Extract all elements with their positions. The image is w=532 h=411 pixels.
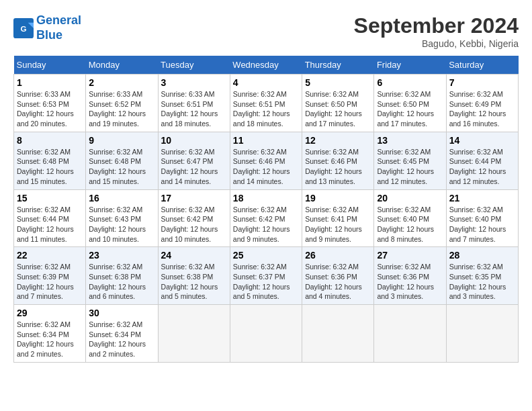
svg-text:G: G xyxy=(20,24,26,33)
day-number: 10 xyxy=(161,135,227,146)
calendar-cell: 12 Sunrise: 6:32 AM Sunset: 6:46 PM Dayl… xyxy=(302,132,374,189)
calendar-cell: 26 Sunrise: 6:32 AM Sunset: 6:36 PM Dayl… xyxy=(302,247,374,305)
calendar-cell: 29 Sunrise: 6:32 AM Sunset: 6:34 PM Dayl… xyxy=(14,305,86,363)
day-number: 24 xyxy=(161,250,227,261)
day-detail: Sunrise: 6:32 AM Sunset: 6:36 PM Dayligh… xyxy=(377,262,443,302)
day-detail: Sunrise: 6:32 AM Sunset: 6:38 PM Dayligh… xyxy=(161,262,227,302)
calendar-cell: 11 Sunrise: 6:32 AM Sunset: 6:46 PM Dayl… xyxy=(230,132,302,189)
day-detail: Sunrise: 6:32 AM Sunset: 6:50 PM Dayligh… xyxy=(377,89,443,129)
col-monday: Monday xyxy=(86,56,158,75)
day-detail: Sunrise: 6:32 AM Sunset: 6:37 PM Dayligh… xyxy=(233,262,299,302)
calendar-cell: 27 Sunrise: 6:32 AM Sunset: 6:36 PM Dayl… xyxy=(374,247,446,305)
day-detail: Sunrise: 6:32 AM Sunset: 6:44 PM Dayligh… xyxy=(449,147,515,187)
week-row-4: 29 Sunrise: 6:32 AM Sunset: 6:34 PM Dayl… xyxy=(14,305,519,363)
day-number: 2 xyxy=(89,77,154,88)
calendar-cell: 1 Sunrise: 6:33 AM Sunset: 6:53 PM Dayli… xyxy=(14,75,86,132)
day-detail: Sunrise: 6:32 AM Sunset: 6:45 PM Dayligh… xyxy=(377,147,443,187)
logo: G General Blue xyxy=(13,13,81,42)
day-number: 19 xyxy=(305,193,371,203)
day-number: 7 xyxy=(449,77,515,88)
calendar-table: Sunday Monday Tuesday Wednesday Thursday… xyxy=(13,56,519,363)
col-tuesday: Tuesday xyxy=(158,56,230,75)
day-number: 25 xyxy=(233,250,299,261)
calendar-cell: 6 Sunrise: 6:32 AM Sunset: 6:50 PM Dayli… xyxy=(374,75,446,132)
day-number: 5 xyxy=(305,77,371,88)
day-detail: Sunrise: 6:32 AM Sunset: 6:42 PM Dayligh… xyxy=(161,205,227,244)
calendar-cell: 10 Sunrise: 6:32 AM Sunset: 6:47 PM Dayl… xyxy=(158,132,230,189)
calendar-cell xyxy=(374,305,446,363)
day-number: 28 xyxy=(449,250,515,261)
calendar-cell xyxy=(446,305,518,363)
day-number: 27 xyxy=(377,250,443,261)
day-number: 30 xyxy=(89,308,154,318)
col-saturday: Saturday xyxy=(446,56,518,75)
calendar-cell: 5 Sunrise: 6:32 AM Sunset: 6:50 PM Dayli… xyxy=(302,75,374,132)
calendar-cell: 21 Sunrise: 6:32 AM Sunset: 6:40 PM Dayl… xyxy=(446,189,518,247)
page-header: G General Blue September 2024 Bagudo, Ke… xyxy=(13,13,519,49)
calendar-cell: 8 Sunrise: 6:32 AM Sunset: 6:48 PM Dayli… xyxy=(14,132,86,189)
day-number: 3 xyxy=(161,77,227,88)
calendar-cell: 25 Sunrise: 6:32 AM Sunset: 6:37 PM Dayl… xyxy=(230,247,302,305)
day-number: 29 xyxy=(17,308,83,318)
day-number: 16 xyxy=(89,193,154,203)
logo-line1: General xyxy=(36,13,81,27)
day-number: 17 xyxy=(161,193,227,203)
calendar-cell: 15 Sunrise: 6:32 AM Sunset: 6:44 PM Dayl… xyxy=(14,189,86,247)
logo-line2: Blue xyxy=(36,28,62,42)
day-number: 20 xyxy=(377,193,443,203)
calendar-cell: 14 Sunrise: 6:32 AM Sunset: 6:44 PM Dayl… xyxy=(446,132,518,189)
day-number: 26 xyxy=(305,250,371,261)
day-detail: Sunrise: 6:32 AM Sunset: 6:35 PM Dayligh… xyxy=(449,262,515,302)
day-detail: Sunrise: 6:32 AM Sunset: 6:49 PM Dayligh… xyxy=(449,89,515,129)
calendar-cell: 3 Sunrise: 6:33 AM Sunset: 6:51 PM Dayli… xyxy=(158,75,230,132)
day-number: 13 xyxy=(377,135,443,146)
day-detail: Sunrise: 6:32 AM Sunset: 6:38 PM Dayligh… xyxy=(89,262,154,302)
day-number: 18 xyxy=(233,193,299,203)
logo-icon: G xyxy=(13,18,34,38)
day-detail: Sunrise: 6:32 AM Sunset: 6:36 PM Dayligh… xyxy=(305,262,371,302)
week-row-2: 15 Sunrise: 6:32 AM Sunset: 6:44 PM Dayl… xyxy=(14,189,519,247)
calendar-cell: 19 Sunrise: 6:32 AM Sunset: 6:41 PM Dayl… xyxy=(302,189,374,247)
day-detail: Sunrise: 6:33 AM Sunset: 6:52 PM Dayligh… xyxy=(89,89,154,129)
calendar-cell xyxy=(230,305,302,363)
day-detail: Sunrise: 6:32 AM Sunset: 6:47 PM Dayligh… xyxy=(161,147,227,187)
day-detail: Sunrise: 6:32 AM Sunset: 6:42 PM Dayligh… xyxy=(233,205,299,244)
month-title: September 2024 xyxy=(354,13,519,38)
day-number: 15 xyxy=(17,193,83,203)
day-number: 6 xyxy=(377,77,443,88)
day-detail: Sunrise: 6:32 AM Sunset: 6:44 PM Dayligh… xyxy=(17,205,83,244)
day-detail: Sunrise: 6:32 AM Sunset: 6:50 PM Dayligh… xyxy=(305,89,371,129)
day-number: 12 xyxy=(305,135,371,146)
day-number: 23 xyxy=(89,250,154,261)
day-detail: Sunrise: 6:32 AM Sunset: 6:40 PM Dayligh… xyxy=(377,205,443,244)
col-sunday: Sunday xyxy=(14,56,86,75)
day-detail: Sunrise: 6:32 AM Sunset: 6:43 PM Dayligh… xyxy=(89,205,154,244)
day-number: 8 xyxy=(17,135,83,146)
calendar-cell: 30 Sunrise: 6:32 AM Sunset: 6:34 PM Dayl… xyxy=(86,305,158,363)
day-number: 9 xyxy=(89,135,154,146)
calendar-cell: 23 Sunrise: 6:32 AM Sunset: 6:38 PM Dayl… xyxy=(86,247,158,305)
col-friday: Friday xyxy=(374,56,446,75)
header-row: Sunday Monday Tuesday Wednesday Thursday… xyxy=(14,56,519,75)
logo-text: General Blue xyxy=(36,13,81,42)
day-detail: Sunrise: 6:32 AM Sunset: 6:34 PM Dayligh… xyxy=(89,320,154,359)
calendar-cell: 7 Sunrise: 6:32 AM Sunset: 6:49 PM Dayli… xyxy=(446,75,518,132)
day-detail: Sunrise: 6:32 AM Sunset: 6:46 PM Dayligh… xyxy=(305,147,371,187)
calendar-cell: 28 Sunrise: 6:32 AM Sunset: 6:35 PM Dayl… xyxy=(446,247,518,305)
location: Bagudo, Kebbi, Nigeria xyxy=(354,38,519,49)
day-detail: Sunrise: 6:32 AM Sunset: 6:34 PM Dayligh… xyxy=(17,320,83,359)
calendar-cell xyxy=(158,305,230,363)
title-block: September 2024 Bagudo, Kebbi, Nigeria xyxy=(354,13,519,49)
col-thursday: Thursday xyxy=(302,56,374,75)
calendar-cell: 13 Sunrise: 6:32 AM Sunset: 6:45 PM Dayl… xyxy=(374,132,446,189)
calendar-cell xyxy=(302,305,374,363)
calendar-cell: 20 Sunrise: 6:32 AM Sunset: 6:40 PM Dayl… xyxy=(374,189,446,247)
day-detail: Sunrise: 6:32 AM Sunset: 6:51 PM Dayligh… xyxy=(233,89,299,129)
day-detail: Sunrise: 6:32 AM Sunset: 6:40 PM Dayligh… xyxy=(449,205,515,244)
calendar-cell: 9 Sunrise: 6:32 AM Sunset: 6:48 PM Dayli… xyxy=(86,132,158,189)
day-number: 11 xyxy=(233,135,299,146)
week-row-0: 1 Sunrise: 6:33 AM Sunset: 6:53 PM Dayli… xyxy=(14,75,519,132)
day-detail: Sunrise: 6:33 AM Sunset: 6:53 PM Dayligh… xyxy=(17,89,83,129)
day-number: 22 xyxy=(17,250,83,261)
calendar-cell: 4 Sunrise: 6:32 AM Sunset: 6:51 PM Dayli… xyxy=(230,75,302,132)
